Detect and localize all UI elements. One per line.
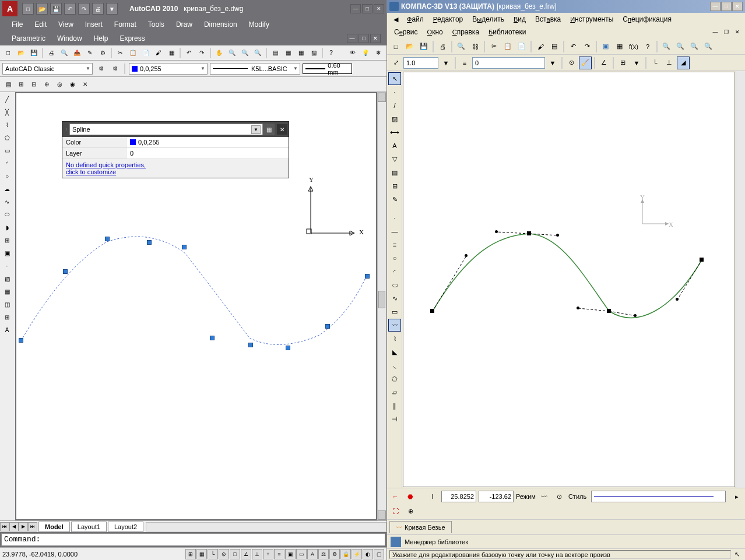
point-icon[interactable]: · bbox=[1, 260, 13, 272]
menu-window[interactable]: Window bbox=[51, 32, 88, 45]
menu-file[interactable]: File bbox=[6, 18, 29, 31]
menu-format[interactable]: Format bbox=[108, 18, 142, 31]
menu-libraries[interactable]: Библиотеки bbox=[484, 26, 530, 38]
polar-icon[interactable]: ⊙ bbox=[219, 549, 229, 559]
qprops-value-layer[interactable]: 0 bbox=[126, 148, 289, 159]
redo-icon[interactable]: ↷ bbox=[196, 47, 208, 59]
command-line[interactable]: Command: bbox=[1, 533, 385, 546]
bulb-icon[interactable]: 💡 bbox=[360, 47, 371, 59]
menu-service[interactable]: Сервис bbox=[389, 26, 423, 38]
menu-express[interactable]: Express bbox=[114, 32, 150, 45]
cut-icon[interactable]: ✂ bbox=[114, 47, 126, 59]
grid-icon[interactable]: ▦ bbox=[196, 549, 207, 559]
menu-tools[interactable]: Tools bbox=[142, 18, 170, 31]
text-icon[interactable]: A bbox=[1, 324, 13, 336]
new-icon[interactable]: □ bbox=[389, 40, 402, 53]
save-file-icon[interactable]: 💾 bbox=[28, 47, 40, 59]
freeze-icon[interactable]: ❄ bbox=[372, 47, 384, 59]
qprops-close-button[interactable]: ✕ bbox=[277, 124, 287, 135]
help-icon[interactable]: ? bbox=[325, 47, 337, 59]
print-icon[interactable]: 🖨 bbox=[92, 3, 104, 15]
doc-maximize-button[interactable]: ❐ bbox=[721, 27, 732, 37]
layer3-icon[interactable]: ⊟ bbox=[28, 79, 40, 90]
save-icon[interactable]: 💾 bbox=[50, 3, 62, 15]
coordinate-display[interactable]: 23.9778, -62.0419, 0.0000 bbox=[2, 551, 101, 558]
copy-icon[interactable]: 📋 bbox=[501, 40, 514, 53]
menu-dimension[interactable]: Dimension bbox=[198, 18, 243, 31]
hatch-icon[interactable]: ▨ bbox=[388, 112, 401, 125]
pan-icon[interactable]: ✋ bbox=[213, 47, 225, 59]
curve-point[interactable] bbox=[700, 258, 704, 262]
annoscale-icon[interactable]: ⚖ bbox=[318, 549, 329, 559]
workspace-dropdown[interactable]: AutoCAD Classic bbox=[2, 63, 93, 75]
select-icon[interactable]: ↖ bbox=[388, 72, 401, 85]
layer7-icon[interactable]: ✕ bbox=[79, 79, 91, 90]
linewidth-display[interactable]: 0.60 mm bbox=[303, 64, 352, 74]
object-type-dropdown[interactable]: Spline bbox=[69, 124, 263, 135]
menu-view[interactable]: View bbox=[52, 18, 79, 31]
spline-grip[interactable] bbox=[63, 269, 68, 274]
spline-grip[interactable] bbox=[325, 324, 330, 329]
fillet-icon[interactable]: ◟ bbox=[388, 359, 401, 372]
line-icon[interactable]: / bbox=[388, 99, 401, 112]
open-icon[interactable]: 📂 bbox=[403, 40, 416, 53]
scale-icon[interactable]: ⤢ bbox=[389, 57, 402, 69]
drawing-icon[interactable]: ✎ bbox=[84, 47, 96, 59]
table-icon[interactable]: ⊞ bbox=[1, 311, 13, 323]
table-icon[interactable]: ▦ bbox=[282, 47, 294, 59]
bezier-icon[interactable]: 〰 bbox=[388, 319, 401, 332]
annotation-icon[interactable]: A bbox=[307, 549, 318, 559]
open-file-icon[interactable]: 📂 bbox=[15, 47, 27, 59]
ellipse-icon[interactable]: ⬭ bbox=[1, 209, 13, 220]
redo-icon[interactable]: ↷ bbox=[78, 3, 90, 15]
spline-icon[interactable]: ∿ bbox=[388, 292, 401, 305]
zoom-in-icon[interactable]: 🔍 bbox=[660, 40, 673, 53]
dot-icon[interactable]: ⊙ bbox=[565, 57, 578, 69]
mode2-icon[interactable]: ⊙ bbox=[553, 490, 566, 503]
hatch-icon[interactable]: ▨ bbox=[308, 47, 319, 59]
grid-icon[interactable]: ⊞ bbox=[616, 57, 629, 69]
undo-icon[interactable]: ↶ bbox=[567, 40, 579, 53]
qprops-value-color[interactable]: 0,0,255 bbox=[126, 137, 289, 147]
layer6-icon[interactable]: ◉ bbox=[66, 79, 78, 90]
handle-point[interactable] bbox=[676, 298, 679, 301]
handle-point[interactable] bbox=[465, 254, 468, 257]
menu-insert[interactable]: Вставка bbox=[530, 13, 565, 25]
settings-icon[interactable]: ⚙ bbox=[109, 63, 121, 75]
target-icon[interactable]: ⊕ bbox=[404, 505, 417, 517]
quick-properties-panel[interactable]: ⋮⋮ Spline ▦ ✕ Color 0,0,255 Layer bbox=[62, 121, 289, 178]
revcloud-icon[interactable]: ☁ bbox=[1, 183, 13, 195]
round-icon[interactable]: ◢ bbox=[677, 57, 690, 69]
vertical-scrollbar[interactable] bbox=[736, 71, 745, 488]
layer4-icon[interactable]: ⊕ bbox=[41, 79, 52, 90]
new-file-icon[interactable]: □ bbox=[2, 47, 14, 59]
doc-minimize-button[interactable]: — bbox=[710, 27, 721, 37]
scale-input[interactable] bbox=[403, 57, 438, 69]
edit-icon[interactable]: ✎ bbox=[388, 193, 401, 206]
doc-icon[interactable]: ▣ bbox=[599, 40, 612, 53]
workspace-icon[interactable]: ⚙ bbox=[329, 549, 340, 559]
point-icon[interactable]: · bbox=[388, 86, 401, 98]
menu-window[interactable]: Окно bbox=[423, 26, 448, 38]
layer-input[interactable] bbox=[472, 57, 545, 69]
horizontal-scrollbar[interactable] bbox=[146, 522, 386, 531]
grip-icon[interactable]: ⋮⋮ bbox=[64, 127, 69, 132]
cursor-icon[interactable]: I bbox=[426, 490, 439, 503]
osnap-icon[interactable]: □ bbox=[230, 549, 240, 559]
style-dropdown[interactable] bbox=[591, 491, 726, 502]
menu-edit[interactable]: Edit bbox=[29, 18, 52, 31]
handle-point[interactable] bbox=[577, 307, 579, 309]
properties-icon[interactable]: ▤ bbox=[548, 40, 561, 53]
line-icon[interactable]: ╱ bbox=[1, 93, 13, 105]
insert-block-icon[interactable]: ⊞ bbox=[1, 234, 13, 246]
tab-model[interactable]: Model bbox=[38, 522, 70, 532]
gradient-icon[interactable]: ▦ bbox=[1, 286, 13, 297]
close-button[interactable]: ✕ bbox=[732, 2, 743, 11]
line2-icon[interactable]: — bbox=[388, 225, 401, 238]
zoom-prev-icon[interactable]: 🔍 bbox=[252, 47, 263, 59]
angle-icon[interactable]: ∠ bbox=[598, 57, 610, 69]
doc-minimize-button[interactable]: — bbox=[347, 34, 357, 43]
coord-x-input[interactable] bbox=[441, 491, 476, 502]
dropdown-icon[interactable]: ▼ bbox=[546, 57, 559, 69]
linetype-dropdown[interactable]: K5L...BASIC bbox=[210, 63, 300, 75]
